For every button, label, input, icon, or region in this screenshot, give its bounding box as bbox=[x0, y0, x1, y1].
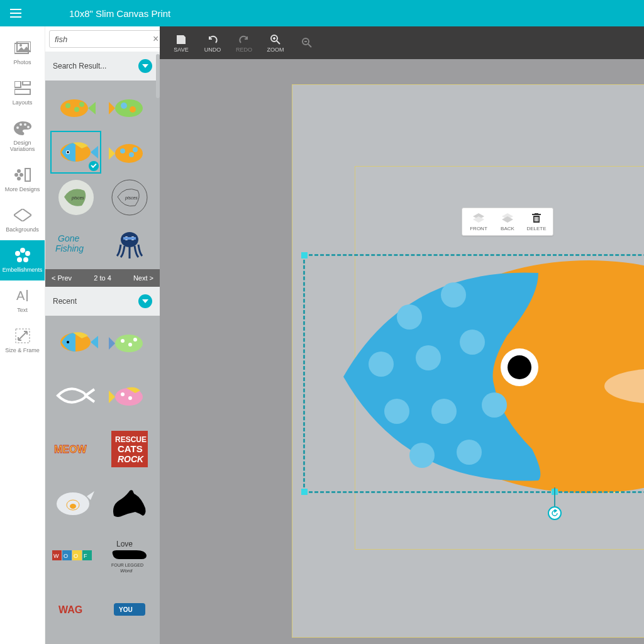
svg-text:F: F bbox=[84, 553, 87, 559]
embellishment-thumb[interactable]: WAG bbox=[50, 588, 101, 631]
embellishment-thumb[interactable]: MEOW bbox=[50, 428, 101, 470]
embellishments-panel: × Search Result... pisces pisces bbox=[45, 26, 160, 644]
send-back-button[interactable]: BACK bbox=[494, 212, 521, 231]
bring-front-button[interactable]: FRONT bbox=[465, 212, 492, 231]
rail-photos[interactable]: Photos bbox=[0, 33, 45, 73]
search-results-header[interactable]: Search Result... bbox=[45, 52, 160, 80]
layouts-icon bbox=[1, 79, 43, 97]
rail-layouts[interactable]: Layouts bbox=[0, 73, 45, 113]
svg-point-38 bbox=[129, 152, 134, 157]
svg-text:WAG: WAG bbox=[58, 604, 82, 615]
embellishment-thumb[interactable]: WOOF bbox=[50, 535, 101, 577]
svg-point-51 bbox=[67, 341, 69, 343]
svg-point-20 bbox=[21, 253, 25, 257]
hamburger-menu-button[interactable] bbox=[0, 13, 31, 14]
svg-text:ROCK: ROCK bbox=[118, 454, 144, 464]
delete-button[interactable]: DELETE bbox=[523, 212, 550, 231]
rail-label: More Designs bbox=[1, 186, 43, 192]
svg-rect-3 bbox=[14, 81, 21, 87]
svg-point-37 bbox=[120, 148, 125, 153]
object-toolbar: FRONT BACK DELETE bbox=[462, 208, 553, 236]
embellishment-thumb[interactable]: pisces bbox=[50, 176, 101, 219]
save-button[interactable]: SAVE bbox=[169, 33, 194, 53]
rail-size-frame[interactable]: Size & Frame bbox=[0, 321, 45, 361]
svg-point-32 bbox=[130, 106, 136, 113]
canvas-stage[interactable]: FRONT BACK DELETE bbox=[160, 59, 644, 644]
clear-search-button[interactable]: × bbox=[153, 33, 158, 45]
svg-point-66 bbox=[70, 504, 76, 509]
svg-point-2 bbox=[19, 44, 22, 47]
svg-rect-4 bbox=[23, 81, 30, 85]
left-rail: Photos Layouts Design Variations More De… bbox=[0, 26, 45, 644]
resize-handle-top-left[interactable] bbox=[301, 252, 308, 258]
embellishment-thumb[interactable]: LoveFOUR LEGGEDWord bbox=[104, 535, 155, 577]
svg-point-58 bbox=[128, 396, 132, 400]
embellishment-thumb[interactable] bbox=[104, 321, 155, 364]
svg-rect-14 bbox=[25, 169, 30, 181]
svg-text:RESCUE: RESCUE bbox=[115, 435, 147, 444]
svg-point-30 bbox=[115, 99, 143, 117]
size-frame-icon bbox=[1, 327, 43, 345]
svg-point-19 bbox=[15, 251, 20, 256]
rail-backgrounds[interactable]: Backgrounds bbox=[0, 200, 45, 240]
svg-point-27 bbox=[65, 103, 70, 108]
embellishment-thumb[interactable]: GoneFishing bbox=[50, 221, 101, 264]
svg-text:MEOW: MEOW bbox=[54, 444, 87, 455]
zoom-out-icon bbox=[301, 36, 313, 50]
rail-label: Backgrounds bbox=[1, 226, 43, 233]
pager-next[interactable]: Next > bbox=[133, 274, 153, 282]
embellishment-thumb[interactable] bbox=[50, 374, 101, 417]
rail-label: Layouts bbox=[1, 99, 43, 106]
embellishment-thumb[interactable] bbox=[50, 481, 101, 524]
rail-design-variations[interactable]: Design Variations bbox=[0, 113, 45, 160]
recent-grid: MEOW RESCUECATSROCK WOOF LoveFOUR LEGGED… bbox=[45, 316, 160, 644]
rail-text[interactable]: A Text bbox=[0, 280, 45, 321]
svg-text:FOUR LEGGED: FOUR LEGGED bbox=[111, 563, 143, 567]
undo-button[interactable]: UNDO bbox=[200, 33, 225, 53]
rail-label: Embellishments bbox=[1, 267, 43, 273]
trash-icon bbox=[532, 212, 541, 225]
svg-text:O: O bbox=[64, 553, 68, 559]
embellishment-thumb[interactable]: YOU bbox=[104, 588, 155, 631]
pager-position: 2 to 4 bbox=[94, 274, 111, 282]
svg-point-26 bbox=[60, 99, 88, 117]
rail-more-designs[interactable]: More Designs bbox=[0, 160, 45, 200]
embellishment-thumb[interactable] bbox=[50, 321, 101, 364]
svg-point-57 bbox=[121, 392, 125, 396]
svg-point-8 bbox=[24, 123, 26, 126]
rail-embellishments[interactable]: Embellishments bbox=[0, 240, 45, 280]
rotate-handle[interactable] bbox=[548, 506, 562, 520]
svg-point-76 bbox=[114, 551, 119, 555]
text-icon: A bbox=[1, 287, 43, 304]
resize-handle-bottom-left[interactable] bbox=[301, 489, 308, 495]
svg-point-18 bbox=[17, 257, 22, 262]
embellishment-thumb[interactable] bbox=[50, 86, 101, 128]
embellishment-thumb[interactable] bbox=[104, 481, 155, 524]
svg-point-15 bbox=[20, 248, 25, 253]
svg-text:A: A bbox=[16, 289, 25, 303]
search-input[interactable] bbox=[49, 30, 160, 48]
undo-icon bbox=[207, 33, 218, 47]
svg-point-31 bbox=[121, 103, 127, 109]
zoom-button[interactable]: ZOOM bbox=[263, 33, 288, 53]
embellishment-thumb-selected[interactable] bbox=[50, 131, 101, 174]
layers-back-icon bbox=[502, 212, 513, 225]
embellishment-thumb[interactable] bbox=[104, 86, 155, 128]
svg-rect-119 bbox=[535, 217, 536, 221]
zoom-in-icon bbox=[270, 33, 281, 47]
selection-bounding-box[interactable] bbox=[303, 254, 644, 493]
recent-header[interactable]: Recent bbox=[45, 287, 160, 316]
embellishment-thumb[interactable] bbox=[104, 221, 155, 264]
backgrounds-icon bbox=[1, 206, 43, 224]
embellishment-thumb[interactable] bbox=[104, 131, 155, 174]
svg-text:Love: Love bbox=[116, 540, 133, 548]
pager-prev[interactable]: < Prev bbox=[52, 274, 72, 282]
chevron-down-icon bbox=[138, 294, 152, 308]
embellishment-thumb[interactable] bbox=[104, 374, 155, 417]
svg-point-55 bbox=[133, 338, 137, 341]
svg-point-12 bbox=[19, 173, 23, 177]
embellishment-thumb[interactable]: RESCUECATSROCK bbox=[104, 428, 155, 470]
section-title: Search Result... bbox=[53, 62, 106, 70]
svg-point-9 bbox=[27, 126, 30, 128]
embellishment-thumb[interactable]: pisces bbox=[104, 176, 155, 219]
